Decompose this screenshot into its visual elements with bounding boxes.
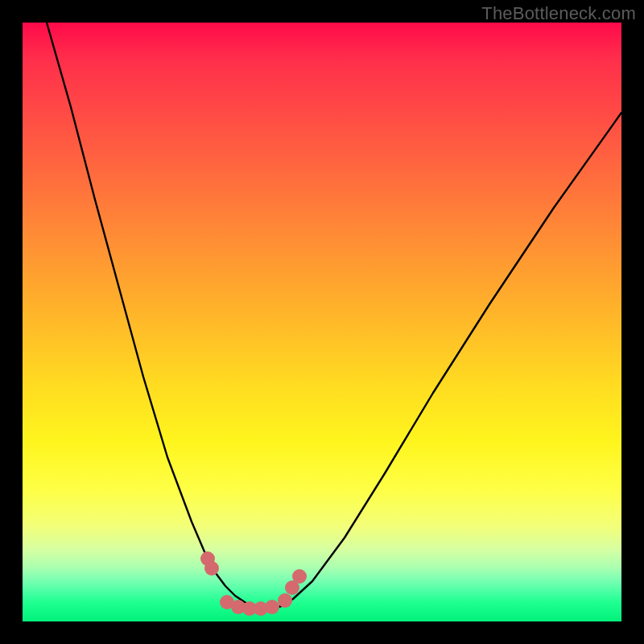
chart-frame: TheBottleneck.com (0, 0, 644, 644)
plot-area (23, 23, 621, 621)
watermark-text: TheBottleneck.com (481, 3, 636, 24)
gradient-background (23, 23, 621, 621)
